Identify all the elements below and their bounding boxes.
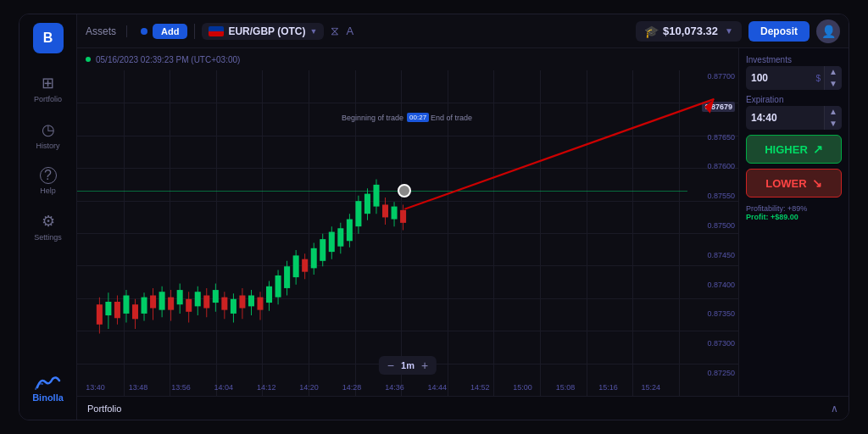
bottom-bar: Portfolio ∧ (77, 396, 849, 420)
svg-rect-5 (114, 302, 120, 318)
lower-button[interactable]: LOWER ↘ (746, 169, 842, 198)
svg-rect-35 (248, 296, 254, 307)
sidebar-item-settings[interactable]: ⚙ Settings (19, 203, 76, 250)
current-price-line (77, 191, 687, 192)
higher-button[interactable]: HIGHER ↗ (746, 135, 842, 164)
chart-canvas[interactable]: 0.87700 0.87679 0.87650 0.87600 0.87550 … (77, 70, 738, 396)
svg-rect-63 (373, 185, 379, 207)
time-label: 13:48 (129, 383, 148, 392)
sidebar-item-help[interactable]: ? Help (19, 159, 76, 203)
drawing-icon[interactable]: A (346, 25, 353, 37)
profitability-section: Profitability: +89% Profit: +$89.00 (746, 204, 842, 221)
svg-rect-13 (150, 296, 156, 309)
sidebar-item-portfolio[interactable]: ⊞ Portfolio (19, 65, 76, 112)
price-label: 0.87550 (691, 192, 735, 200)
svg-rect-47 (302, 259, 308, 272)
chart-section: 05/16/2023 02:39:23 PM (UTC+03:00) (77, 48, 738, 396)
app-window: B ⊞ Portfolio ◷ History ? Help ⚙ Setting… (19, 14, 849, 420)
zoom-out-button[interactable]: − (386, 359, 396, 372)
topbar: Assets Add EUR/GBP (OTC) ▼ ⧖ A 🎓 $10,073… (77, 14, 849, 48)
zoom-level: 1m (401, 360, 415, 370)
history-icon: ◷ (42, 120, 55, 139)
indicator-icon[interactable]: ⧖ (331, 24, 339, 38)
svg-rect-37 (257, 298, 263, 310)
time-label: 14:28 (342, 383, 362, 392)
svg-rect-19 (177, 290, 183, 304)
sidebar: B ⊞ Portfolio ◷ History ? Help ⚙ Setting… (19, 14, 77, 420)
svg-rect-51 (320, 239, 326, 261)
svg-rect-31 (231, 299, 236, 314)
time-label: 14:36 (385, 383, 404, 392)
expiration-value[interactable]: 14:40 (746, 108, 824, 127)
balance-display[interactable]: 🎓 $10,073.32 ▼ (636, 21, 742, 42)
svg-rect-45 (293, 255, 299, 277)
settings-icon: ⚙ (42, 212, 55, 231)
currency-badge: $ (813, 74, 825, 83)
price-label: 0.87600 (691, 162, 735, 170)
higher-arrow-icon: ↗ (813, 142, 823, 156)
svg-rect-61 (364, 194, 370, 214)
svg-rect-39 (266, 287, 272, 303)
svg-rect-15 (159, 292, 165, 309)
expiration-decrement[interactable]: ▼ (825, 118, 842, 130)
expiration-section: Expiration 14:40 ▲ ▼ (746, 95, 842, 130)
live-dot (86, 57, 91, 62)
portfolio-tab[interactable]: Portfolio (87, 403, 121, 414)
svg-rect-25 (203, 296, 209, 309)
brand-section: Binolla (32, 374, 64, 411)
balance-dropdown-icon: ▼ (725, 26, 733, 36)
price-label: 0.87500 (691, 221, 735, 230)
investment-increment[interactable]: ▲ (825, 66, 842, 78)
expiration-increment[interactable]: ▲ (825, 106, 842, 118)
chevron-up-icon[interactable]: ∧ (831, 403, 838, 415)
price-label: 0.87700 (691, 72, 735, 81)
profit-amount: Profit: +$89.00 (746, 213, 842, 221)
sidebar-item-history[interactable]: ◷ History (19, 112, 76, 159)
zoom-in-button[interactable]: + (420, 359, 430, 372)
chart-datetime: 05/16/2023 02:39:23 PM (UTC+03:00) (96, 55, 240, 64)
asset-pair-label: EUR/GBP (OTC) (228, 25, 305, 37)
balance-amount: $10,073.32 (663, 25, 718, 37)
asset-flag-icon (209, 26, 224, 36)
time-label: 14:12 (257, 383, 276, 392)
sidebar-item-label: History (36, 142, 59, 150)
svg-rect-65 (382, 204, 388, 217)
time-axis: 13:40 13:48 13:56 14:04 14:12 14:20 14:2… (77, 379, 687, 396)
expiration-label: Expiration (746, 95, 842, 104)
investment-value[interactable]: 100 (746, 69, 813, 87)
lower-label: LOWER (765, 177, 806, 190)
asset-pair-selector[interactable]: EUR/GBP (OTC) ▼ (202, 23, 324, 40)
expiration-input-row: 14:40 ▲ ▼ (746, 106, 842, 130)
investments-label: Investments (746, 55, 842, 64)
svg-rect-23 (195, 292, 201, 306)
price-label: 0.87250 (691, 369, 735, 377)
content-area: 05/16/2023 02:39:23 PM (UTC+03:00) (77, 48, 849, 396)
svg-rect-27 (213, 290, 219, 303)
time-label: 15:08 (556, 383, 576, 392)
investment-decrement[interactable]: ▼ (825, 78, 842, 90)
add-button[interactable]: Add (153, 24, 187, 39)
assets-section: Assets (86, 25, 127, 37)
svg-rect-21 (186, 299, 192, 312)
time-label: 14:44 (428, 383, 448, 392)
time-label: 15:00 (513, 383, 532, 392)
time-label: 14:04 (214, 383, 234, 392)
investments-section: Investments 100 $ ▲ ▼ (746, 55, 842, 90)
svg-rect-49 (311, 248, 317, 269)
price-label: 0.87300 (691, 339, 735, 348)
price-label: 0.87450 (691, 251, 735, 259)
time-label: 14:52 (470, 383, 490, 392)
time-label: 13:56 (171, 383, 191, 392)
expiration-stepper: ▲ ▼ (824, 106, 842, 130)
portfolio-icon: ⊞ (42, 74, 54, 92)
avatar[interactable]: 👤 (816, 19, 840, 43)
time-label: 13:40 (86, 383, 105, 392)
time-label: 15:24 (642, 383, 661, 392)
help-icon: ? (40, 167, 57, 184)
higher-label: HIGHER (765, 143, 808, 156)
deposit-button[interactable]: Deposit (748, 21, 810, 42)
sidebar-item-label: Portfolio (34, 95, 62, 103)
candlestick-chart (77, 70, 687, 379)
price-label: 0.87350 (691, 309, 735, 318)
svg-rect-57 (347, 220, 353, 242)
